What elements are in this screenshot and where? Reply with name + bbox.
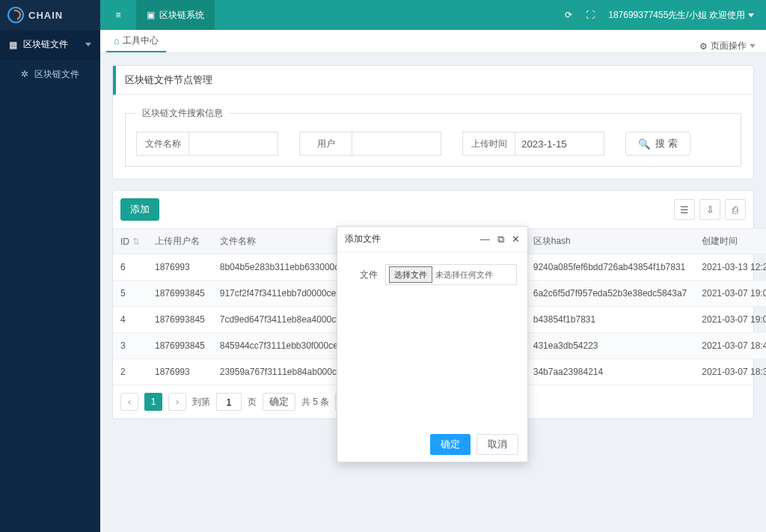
page-operations-menu[interactable]: ⚙ 页面操作 (695, 40, 760, 52)
cell-user: 1876993 (147, 254, 212, 281)
search-button-label: 搜 索 (655, 137, 678, 150)
print-button[interactable]: ⎙ (725, 199, 746, 220)
user-label: 187699377455先生/小姐 欢迎使用 (608, 9, 745, 22)
dialog-maximize-button[interactable]: ⧉ (497, 234, 504, 244)
add-file-dialog: 添加文件 — ⧉ ✕ 文件 选择文件 未选择任何文件 确定 取消 (337, 226, 528, 462)
sliders-icon: ☰ (680, 204, 689, 215)
brand-logo-icon (7, 7, 24, 23)
tab-home-label: 工具中心 (123, 34, 159, 47)
tab-strip: ⌂ 工具中心 ⚙ 页面操作 (100, 30, 766, 53)
snowflake-icon: ✲ (21, 69, 28, 79)
label-upload-time: 上传时间 (462, 132, 515, 156)
cell-time: 2021-03-07 18:3… (694, 359, 766, 385)
cell-user: 1876993845 (147, 333, 212, 359)
cell-user: 1876993 (147, 359, 212, 385)
cell-time: 2021-03-07 18:4… (694, 333, 766, 359)
grid-icon: ▦ (9, 40, 17, 50)
top-bar: CHAIN ≡ ▣ 区块链系统 ⟳ ⛶ 187699377455先生/小姐 欢迎… (0, 0, 766, 30)
hamburger-icon: ≡ (115, 10, 120, 20)
home-icon: ⌂ (114, 36, 120, 46)
input-user[interactable] (352, 132, 441, 156)
sort-icon[interactable]: ⇅ (132, 236, 140, 247)
cell-hash: 9240a085fef6bdd726ab43854f1b7831 (526, 254, 695, 281)
search-icon: 🔍 (638, 138, 651, 150)
gear-icon: ⚙ (699, 41, 708, 52)
page-current[interactable]: 1 (144, 393, 162, 411)
dialog-title: 添加文件 (345, 233, 381, 245)
add-button[interactable]: 添加 (120, 198, 159, 221)
sidebar-root-label: 区块链文件 (23, 38, 68, 51)
panel-title: 区块链文件节点管理 (113, 66, 753, 95)
caret-down-icon (748, 13, 754, 17)
chevron-down-icon (85, 43, 91, 46)
cell-user: 1876993845 (147, 281, 212, 307)
field-file-name: 文件名称 (136, 132, 278, 156)
dialog-minimize-button[interactable]: — (480, 234, 490, 244)
file-input-wrapper[interactable]: 选择文件 未选择任何文件 (385, 264, 517, 285)
system-menu-button[interactable]: ▣ 区块链系统 (136, 0, 215, 30)
cell-id: 2 (113, 359, 147, 385)
refresh-icon[interactable]: ⟳ (565, 10, 572, 20)
dialog-header[interactable]: 添加文件 — ⧉ ✕ (337, 227, 527, 252)
page-operations-label: 页面操作 (711, 40, 747, 52)
caret-down-icon (750, 44, 756, 48)
dialog-ok-button[interactable]: 确定 (430, 434, 471, 455)
pager-goto-label: 到第 (192, 396, 210, 409)
export-button[interactable]: ⇩ (699, 199, 720, 220)
user-menu[interactable]: 187699377455先生/小姐 欢迎使用 (608, 9, 754, 22)
cell-hash: b43854f1b7831 (526, 307, 695, 333)
pager-confirm-button[interactable]: 确定 (263, 393, 295, 411)
search-fieldset: 区块链文件搜索信息 文件名称 用户 上传时间 (125, 107, 741, 167)
cell-hash: 34b7aa23984214 (526, 359, 695, 385)
col-time[interactable]: 创建时间 (694, 229, 766, 254)
pager-page-unit: 页 (248, 396, 257, 409)
add-button-label: 添加 (130, 203, 150, 216)
page-next-button[interactable]: › (168, 393, 186, 411)
search-legend: 区块链文件搜索信息 (136, 107, 229, 120)
sidebar-item-blockchain-files[interactable]: ✲ 区块链文件 (0, 60, 100, 88)
cell-id: 4 (113, 307, 147, 333)
page-prev-button[interactable]: ‹ (120, 393, 138, 411)
dialog-close-button[interactable]: ✕ (512, 234, 520, 244)
col-user[interactable]: 上传用户名 (147, 229, 212, 254)
cell-id: 6 (113, 254, 147, 281)
sidebar-root-blockchain-files[interactable]: ▦区块链文件 (0, 30, 100, 60)
cell-hash: 6a2c6f5d7f957eda52b3e38edc5843a7 (526, 281, 695, 307)
pager-total: 共 5 条 (301, 396, 329, 409)
cell-time: 2021-03-07 19:0… (694, 307, 766, 333)
input-upload-time[interactable] (515, 132, 604, 156)
module-icon: ▣ (147, 10, 155, 20)
cell-time: 2021-03-07 19:0… (694, 281, 766, 307)
filter-columns-button[interactable]: ☰ (674, 199, 695, 220)
file-field: 文件 选择文件 未选择任何文件 (348, 264, 517, 285)
cell-time: 2021-03-13 12:2… (694, 254, 766, 281)
dialog-cancel-button[interactable]: 取消 (477, 434, 518, 455)
file-label: 文件 (348, 269, 378, 281)
cell-id: 5 (113, 281, 147, 307)
label-file-name: 文件名称 (136, 132, 189, 156)
sidebar-item-label: 区块链文件 (34, 68, 79, 81)
file-status-text: 未选择任何文件 (435, 269, 493, 281)
sidebar-toggle-button[interactable]: ≡ (100, 0, 136, 30)
col-hash[interactable]: 区块hash (526, 229, 695, 254)
download-icon: ⇩ (706, 204, 714, 215)
brand: CHAIN (0, 0, 100, 30)
system-label: 区块链系统 (159, 9, 204, 22)
field-user: 用户 (299, 132, 441, 156)
input-file-name[interactable] (189, 132, 278, 156)
choose-file-button[interactable]: 选择文件 (389, 266, 432, 283)
field-upload-time: 上传时间 (462, 132, 604, 156)
cell-hash: 431ea3db54223 (526, 333, 695, 359)
cell-user: 1876993845 (147, 307, 212, 333)
search-button[interactable]: 🔍 搜 索 (625, 132, 690, 156)
pager-goto-input[interactable] (216, 393, 242, 411)
topbar-right: ⟳ ⛶ 187699377455先生/小姐 欢迎使用 (565, 0, 766, 30)
tab-home[interactable]: ⌂ 工具中心 (106, 30, 166, 52)
col-id[interactable]: ID⇅ (113, 229, 147, 254)
fullscreen-icon[interactable]: ⛶ (586, 10, 595, 20)
print-icon: ⎙ (732, 204, 738, 215)
management-panel: 区块链文件节点管理 区块链文件搜索信息 文件名称 用户 (112, 65, 754, 180)
cell-id: 3 (113, 333, 147, 359)
sidebar: ▦区块链文件 ✲ 区块链文件 (0, 30, 100, 532)
label-user: 用户 (299, 132, 352, 156)
